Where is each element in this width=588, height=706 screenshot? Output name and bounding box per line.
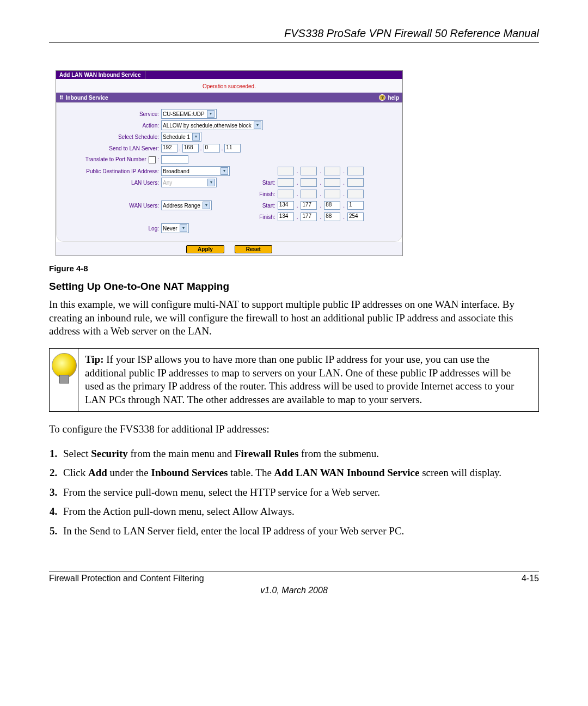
apply-button[interactable]: Apply — [186, 245, 224, 253]
list-item: From the service pull-down menu, select … — [60, 485, 539, 500]
action-select[interactable]: ALLOW by schedule,otherwise block▾ — [161, 120, 263, 130]
chevron-down-icon: ▾ — [254, 121, 261, 129]
chevron-down-icon: ▾ — [192, 133, 200, 141]
label-finish: Finish: — [255, 191, 275, 197]
tip-body: If your ISP allows you to have more than… — [85, 354, 514, 405]
help-link[interactable]: ? help — [379, 94, 399, 101]
label-finish: Finish: — [255, 214, 275, 220]
lan-start-octet — [324, 178, 340, 187]
wan-finish-4[interactable]: 254 — [347, 212, 364, 221]
label-translate-port: Translate to Port Number : — [62, 156, 161, 163]
list-item: From the Action pull-down menu, select A… — [60, 504, 539, 519]
label-start: Start: — [255, 203, 275, 209]
router-screenshot: Add LAN WAN Inbound Service Operation su… — [56, 70, 403, 256]
wan-start-2[interactable]: 177 — [301, 201, 317, 210]
lightbulb-icon — [52, 353, 76, 384]
paragraph: To configure the FVS338 for additional I… — [49, 423, 539, 436]
lan-start-octet — [301, 178, 317, 187]
lan-users-select: Any▾ — [161, 178, 217, 187]
list-item: Select Security from the main menu and F… — [60, 446, 539, 461]
pd-octet — [324, 167, 340, 175]
pd-octet — [347, 167, 364, 175]
pd-octet — [301, 167, 317, 175]
chevron-down-icon: ▾ — [203, 202, 210, 209]
lan-start-octet — [347, 178, 364, 187]
lan-finish-octet — [324, 190, 340, 198]
help-icon: ? — [379, 94, 385, 101]
status-message: Operation succeeded. — [56, 79, 402, 93]
reset-button[interactable]: Reset — [235, 245, 272, 253]
wan-start-1[interactable]: 134 — [278, 201, 294, 210]
label-action: Action: — [62, 123, 161, 129]
translate-port-checkbox[interactable] — [149, 156, 156, 163]
label-service: Service: — [62, 111, 161, 117]
lan-finish-octet — [278, 190, 294, 198]
section-heading: Setting Up One-to-One NAT Mapping — [49, 281, 539, 293]
list-item: In the Send to LAN Server field, enter t… — [60, 524, 539, 539]
lan-finish-octet — [301, 190, 317, 198]
label-wan-users: WAN Users: — [62, 203, 161, 209]
paragraph: In this example, we will configure multi… — [49, 298, 539, 338]
schedule-select[interactable]: Schedule 1▾ — [161, 132, 201, 142]
tip-box: Tip: If your ISP allows you to have more… — [49, 348, 539, 412]
label-lan-users: LAN Users: — [62, 180, 161, 186]
chevron-down-icon: ▾ — [220, 167, 228, 175]
lan-ip-1[interactable]: 192 — [161, 144, 177, 153]
wan-finish-1[interactable]: 134 — [278, 212, 294, 221]
pd-octet — [278, 167, 294, 175]
steps-list: Select Security from the main menu and F… — [49, 446, 539, 539]
public-dest-select[interactable]: Broadband▾ — [161, 166, 230, 176]
chevron-down-icon: ▾ — [180, 224, 187, 232]
translate-port-input[interactable] — [161, 155, 188, 164]
chevron-down-icon: ▾ — [207, 179, 215, 186]
doc-title: FVS338 ProSafe VPN Firewall 50 Reference… — [49, 27, 539, 43]
tab-add-lan-wan[interactable]: Add LAN WAN Inbound Service — [56, 71, 145, 79]
wan-finish-2[interactable]: 177 — [301, 212, 317, 221]
label-public-dest: Public Destination IP Address: — [62, 168, 161, 174]
label-start: Start: — [255, 180, 275, 186]
log-select[interactable]: Never▾ — [161, 223, 189, 233]
wan-start-3[interactable]: 88 — [324, 201, 340, 210]
lan-start-octet — [278, 178, 294, 187]
list-item: Click Add under the Inbound Services tab… — [60, 465, 539, 480]
chevron-down-icon: ▾ — [207, 110, 215, 118]
label-send-to-lan: Send to LAN Server: — [62, 145, 161, 151]
wan-finish-3[interactable]: 88 — [324, 212, 340, 221]
page-footer: Firewall Protection and Content Filterin… — [49, 571, 539, 583]
section-header: ⠿ Inbound Service — [59, 95, 108, 101]
wan-users-select[interactable]: Address Range▾ — [161, 200, 212, 210]
service-select[interactable]: CU-SEEME:UDP▾ — [161, 109, 217, 119]
footer-right: 4-15 — [522, 574, 539, 583]
lan-ip-4[interactable]: 11 — [224, 144, 241, 153]
figure-label: Figure 4-8 — [49, 264, 539, 273]
tip-lead: Tip: — [85, 354, 104, 365]
lan-ip-3[interactable]: 0 — [204, 144, 220, 153]
lan-finish-octet — [347, 190, 364, 198]
footer-left: Firewall Protection and Content Filterin… — [49, 574, 204, 583]
wan-start-4[interactable]: 1 — [347, 201, 364, 210]
footer-version: v1.0, March 2008 — [49, 586, 539, 595]
lan-ip-2[interactable]: 168 — [182, 144, 199, 153]
label-log: Log: — [62, 226, 161, 232]
label-schedule: Select Schedule: — [62, 134, 161, 140]
